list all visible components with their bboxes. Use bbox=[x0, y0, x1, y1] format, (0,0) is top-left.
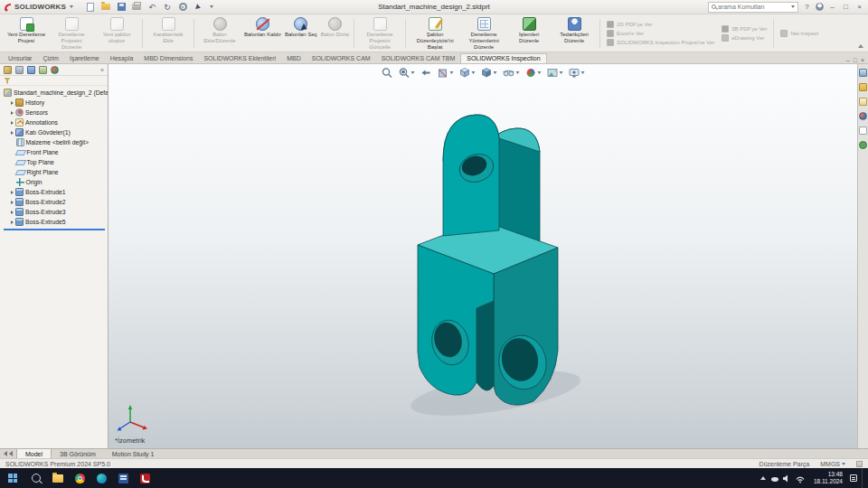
model-part[interactable] bbox=[418, 115, 558, 405]
taskbar-clock[interactable]: 13:48 18.11.2024 bbox=[811, 471, 845, 485]
scroll-left-icon[interactable] bbox=[4, 451, 7, 456]
ribbon-button-edit-inspection-project[interactable]: Denetleme Projesini Düzenle bbox=[49, 15, 94, 52]
taskbar-chrome[interactable] bbox=[69, 468, 90, 488]
tray-expand-icon[interactable] bbox=[760, 476, 766, 480]
tree-item-right-plane[interactable]: Right Plane bbox=[2, 167, 108, 177]
tree-item-boss-extrude5[interactable]: Boss-Extrude5 bbox=[2, 217, 108, 227]
zoom-fit-icon[interactable] bbox=[382, 67, 393, 79]
ribbon-collapse-icon[interactable] bbox=[858, 44, 863, 48]
ribbon-button-new-inspection-project[interactable]: Yeni Denetleme Projesi bbox=[4, 15, 49, 52]
tab-overflow-chevron-icon[interactable]: » bbox=[100, 67, 104, 73]
tree-item-origin[interactable]: Origin bbox=[2, 177, 108, 187]
cloud-icon[interactable] bbox=[771, 477, 778, 482]
design-library-icon[interactable] bbox=[859, 83, 867, 91]
filter-funnel-icon[interactable] bbox=[4, 78, 11, 84]
configurationmanager-tab-icon[interactable] bbox=[27, 66, 35, 74]
ribbon-button-edit-vendors[interactable]: Tedarikçileri Düzenle bbox=[552, 15, 597, 52]
tree-item-boss-extrude2[interactable]: Boss-Extrude2 bbox=[2, 197, 108, 207]
ribbon-button-create-new-template[interactable]: Yeni şablon oluştur bbox=[94, 15, 139, 52]
ribbon-button-export-edrawings[interactable]: eDrawing Ver bbox=[722, 34, 767, 42]
expand-caret-icon[interactable] bbox=[11, 111, 14, 115]
taskbar-solidworks[interactable] bbox=[134, 468, 156, 488]
action-center-icon[interactable] bbox=[850, 474, 857, 482]
dropdown-caret-icon[interactable] bbox=[472, 71, 476, 74]
wifi-icon[interactable] bbox=[797, 477, 804, 483]
apply-scene-icon[interactable] bbox=[547, 67, 563, 79]
ribbon-button-add-edit-balloons[interactable]: Balon Ekle/Düzenle bbox=[197, 15, 242, 52]
dropdown-caret-icon[interactable] bbox=[842, 463, 845, 465]
rollback-bar[interactable] bbox=[4, 229, 105, 230]
ribbon-button-balloon-sequence[interactable]: Balon Dizisi bbox=[319, 15, 351, 52]
custom-properties-icon[interactable] bbox=[859, 127, 867, 135]
ribbon-button-launch-template-editor[interactable]: Şablon Düzenleyicisi'ni Başlat bbox=[409, 15, 461, 52]
taskbar-search-button[interactable] bbox=[25, 468, 47, 488]
restore-button[interactable]: □ bbox=[841, 3, 851, 11]
view-settings-icon[interactable] bbox=[569, 67, 585, 79]
tab-cam[interactable]: SOLIDWORKS CAM bbox=[307, 54, 376, 63]
doc-restore-icon[interactable]: □ bbox=[854, 57, 857, 63]
dropdown-caret-icon[interactable] bbox=[450, 71, 454, 74]
expand-caret-icon[interactable] bbox=[11, 201, 14, 204]
expand-caret-icon[interactable] bbox=[11, 121, 14, 125]
taskbar-office[interactable] bbox=[112, 468, 134, 488]
dropdown-caret-icon[interactable] bbox=[538, 71, 542, 74]
tab-inspection[interactable]: SOLIDWORKS Inspection bbox=[460, 53, 546, 63]
select-cursor-icon[interactable] bbox=[193, 2, 203, 13]
dropdown-caret-icon[interactable] bbox=[581, 71, 585, 74]
dropdown-caret-icon[interactable] bbox=[411, 71, 415, 74]
graphics-viewport[interactable]: *İzometrik bbox=[108, 64, 857, 448]
solidworks-menu[interactable]: SOLIDWORKS bbox=[4, 3, 73, 12]
ribbon-button-update-inspection-project[interactable]: Denetleme Projesini Güncelle bbox=[357, 15, 402, 52]
tab-addins[interactable]: SOLIDWORKS Eklentileri bbox=[198, 54, 281, 63]
close-button[interactable]: × bbox=[854, 3, 864, 11]
tab-3d-views[interactable]: 3B Görünüm bbox=[52, 449, 104, 458]
ribbon-button-net-inspect[interactable]: Net-Inspect bbox=[780, 30, 818, 37]
user-account-icon[interactable] bbox=[816, 3, 824, 11]
print-icon[interactable] bbox=[131, 2, 142, 13]
expand-caret-icon[interactable] bbox=[11, 131, 14, 135]
status-tag-icon[interactable] bbox=[856, 461, 863, 467]
rebuild-icon[interactable]: ↻ bbox=[162, 2, 173, 13]
tab-scroll-arrows[interactable] bbox=[0, 449, 16, 458]
tab-cam-tbm[interactable]: SOLIDWORKS CAM TBM bbox=[376, 54, 461, 63]
save-icon[interactable] bbox=[116, 2, 127, 13]
solidworks-forum-icon[interactable] bbox=[859, 141, 867, 149]
start-button[interactable] bbox=[0, 468, 25, 488]
dropdown-caret-icon[interactable] bbox=[494, 71, 497, 74]
ribbon-button-remove-balloons[interactable]: Balonları Kaldır bbox=[242, 15, 283, 52]
taskbar-edge[interactable] bbox=[90, 468, 112, 488]
help-button[interactable]: ? bbox=[802, 3, 812, 11]
show-desktop-button[interactable] bbox=[862, 468, 865, 488]
tree-item-history[interactable]: History bbox=[2, 98, 108, 108]
view-orientation-icon[interactable] bbox=[459, 67, 476, 79]
ribbon-button-export-inspection-project[interactable]: SOLIDWORKS Inspection Projesi'ne Ver bbox=[607, 39, 714, 46]
tree-item-material[interactable]: Malzeme <belirli değil> bbox=[2, 137, 108, 147]
menu-expand-icon[interactable] bbox=[70, 5, 73, 8]
unit-system-selector[interactable]: MMGS bbox=[820, 461, 845, 467]
previous-view-icon[interactable] bbox=[420, 67, 432, 79]
ribbon-button-edit-operations[interactable]: İşlemleri Düzenle bbox=[506, 15, 552, 52]
appearances-scenes-icon[interactable] bbox=[859, 112, 867, 120]
tab-mbd-dimensions[interactable]: MBD Dimensions bbox=[138, 54, 198, 63]
expand-caret-icon[interactable] bbox=[11, 101, 14, 105]
tree-item-top-plane[interactable]: Top Plane bbox=[2, 157, 108, 167]
tab-motion-study[interactable]: Motion Study 1 bbox=[104, 449, 163, 458]
ribbon-button-export-3d-pdf[interactable]: 3B PDF'ye Ver bbox=[722, 25, 767, 33]
undo-icon[interactable]: ↶ bbox=[146, 2, 157, 13]
hide-show-items-icon[interactable] bbox=[503, 67, 520, 79]
ribbon-button-add-characteristic[interactable]: Karakteristik Ekle bbox=[146, 15, 191, 52]
edit-appearance-icon[interactable] bbox=[525, 67, 542, 79]
tree-item-sensors[interactable]: Sensors bbox=[2, 108, 108, 117]
scroll-left-icon[interactable] bbox=[9, 451, 13, 456]
options-gear-icon[interactable] bbox=[177, 2, 188, 13]
tab-mbd[interactable]: MBD bbox=[281, 54, 307, 63]
tree-item-solid-bodies[interactable]: Katı Gövdeler(1) bbox=[2, 127, 108, 137]
tab-sketch[interactable]: Çizim bbox=[37, 54, 64, 63]
new-document-icon[interactable] bbox=[85, 2, 96, 13]
dropdown-caret-icon[interactable] bbox=[560, 71, 563, 74]
ribbon-button-select-balloons[interactable]: Balonları Seç bbox=[283, 15, 319, 52]
dropdown-caret-icon[interactable] bbox=[516, 71, 520, 74]
expand-caret-icon[interactable] bbox=[11, 211, 14, 214]
open-icon[interactable] bbox=[100, 2, 111, 13]
dimxpertmanager-tab-icon[interactable] bbox=[39, 66, 47, 74]
